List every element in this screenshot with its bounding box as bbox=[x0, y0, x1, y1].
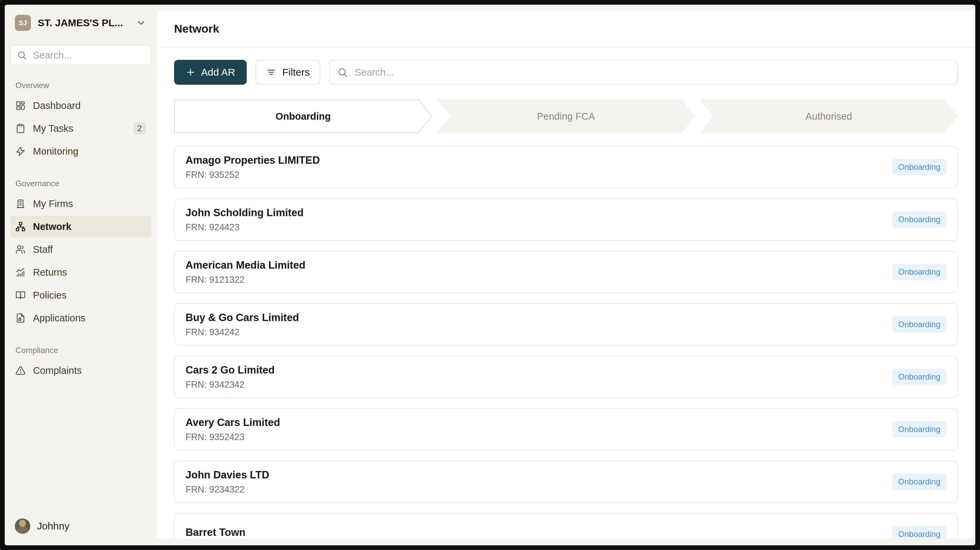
firm-frn: FRN: 924423 bbox=[186, 222, 892, 233]
sidebar: SJ ST. JAMES'S PL... Overview Dashboard bbox=[5, 5, 157, 545]
sidebar-item-staff[interactable]: Staff bbox=[10, 239, 151, 260]
sidebar-item-returns[interactable]: Returns bbox=[10, 261, 151, 283]
firm-name: Avery Cars Limited bbox=[186, 416, 892, 429]
sidebar-item-label: Monitoring bbox=[33, 146, 146, 157]
firm-name: John Davies LTD bbox=[186, 469, 892, 481]
sidebar-item-label: My Tasks bbox=[33, 123, 126, 134]
section-label-governance: Governance bbox=[10, 179, 151, 188]
stage-tabs: Onboarding Pending FCA Authorised bbox=[174, 99, 958, 133]
filters-button[interactable]: Filters bbox=[255, 60, 321, 85]
plus-icon bbox=[186, 67, 196, 77]
sidebar-item-label: My Firms bbox=[33, 198, 146, 209]
main-search[interactable] bbox=[329, 60, 958, 85]
firm-frn: FRN: 935252 bbox=[186, 170, 892, 180]
firm-name: American Media Limited bbox=[186, 259, 892, 271]
sidebar-item-applications[interactable]: Applications bbox=[10, 307, 151, 329]
add-ar-label: Add AR bbox=[201, 67, 235, 78]
filter-lines-icon bbox=[266, 67, 276, 77]
zap-icon bbox=[16, 146, 25, 156]
main-search-input[interactable] bbox=[354, 67, 950, 78]
chart-trend-icon bbox=[16, 267, 25, 277]
section-label-overview: Overview bbox=[10, 81, 151, 90]
status-badge: Onboarding bbox=[892, 526, 947, 539]
sidebar-item-label: Policies bbox=[33, 290, 146, 301]
status-badge: Onboarding bbox=[892, 159, 947, 175]
firm-row-amago-properties[interactable]: Amago Properties LIMITED FRN: 935252 Onb… bbox=[174, 146, 958, 188]
firm-row-john-davies[interactable]: John Davies LTD FRN: 9234322 Onboarding bbox=[174, 461, 958, 503]
sidebar-item-my-firms[interactable]: My Firms bbox=[10, 193, 151, 215]
firm-frn: FRN: 9352423 bbox=[186, 432, 892, 442]
sidebar-search[interactable] bbox=[10, 45, 151, 65]
dashboard-grid-icon bbox=[16, 100, 25, 111]
status-badge: Onboarding bbox=[892, 264, 947, 280]
add-ar-button[interactable]: Add AR bbox=[174, 60, 247, 85]
org-switcher[interactable]: SJ ST. JAMES'S PL... bbox=[10, 13, 151, 32]
sidebar-item-policies[interactable]: Policies bbox=[10, 284, 151, 306]
building-icon bbox=[16, 199, 25, 209]
section-label-compliance: Compliance bbox=[10, 346, 151, 355]
sidebar-item-label: Returns bbox=[33, 267, 146, 278]
app-window: SJ ST. JAMES'S PL... Overview Dashboard bbox=[5, 5, 975, 545]
main-content: Network Add AR Filters bbox=[157, 5, 975, 545]
status-badge: Onboarding bbox=[892, 212, 947, 228]
book-open-icon bbox=[16, 290, 25, 300]
tab-label: Onboarding bbox=[175, 100, 431, 132]
org-network-icon bbox=[16, 222, 25, 232]
firm-row-avery-cars[interactable]: Avery Cars Limited FRN: 9352423 Onboardi… bbox=[174, 408, 958, 451]
sidebar-item-monitoring[interactable]: Monitoring bbox=[10, 140, 151, 162]
sidebar-item-label: Staff bbox=[33, 244, 146, 255]
page-header: Network bbox=[157, 10, 975, 48]
status-badge: Onboarding bbox=[892, 316, 947, 333]
sidebar-search-input[interactable] bbox=[32, 49, 145, 61]
screenshot-stage: SJ ST. JAMES'S PL... Overview Dashboard bbox=[0, 0, 980, 550]
sidebar-item-label: Network bbox=[33, 221, 146, 232]
tab-authorised[interactable]: Authorised bbox=[700, 99, 958, 133]
warning-triangle-icon bbox=[16, 365, 25, 376]
sidebar-item-label: Complaints bbox=[33, 365, 146, 376]
sidebar-item-complaints[interactable]: Complaints bbox=[10, 360, 151, 381]
firm-row-cars-2-go[interactable]: Cars 2 Go Limited FRN: 9342342 Onboardin… bbox=[174, 356, 958, 398]
firm-frn: FRN: 934242 bbox=[186, 327, 892, 338]
firm-name: Amago Properties LIMITED bbox=[186, 154, 892, 166]
firm-frn: FRN: 9234322 bbox=[186, 485, 892, 495]
chevron-down-icon bbox=[136, 18, 146, 28]
status-badge: Onboarding bbox=[892, 369, 947, 385]
firm-row-buy-and-go-cars[interactable]: Buy & Go Cars Limited FRN: 934242 Onboar… bbox=[174, 303, 958, 346]
org-avatar: SJ bbox=[15, 15, 31, 31]
status-badge: Onboarding bbox=[892, 474, 947, 490]
file-lock-icon bbox=[16, 313, 25, 323]
firm-name: Cars 2 Go Limited bbox=[186, 364, 892, 376]
sidebar-item-label: Applications bbox=[33, 312, 146, 324]
main-panel: Network Add AR Filters bbox=[157, 10, 975, 539]
filters-label: Filters bbox=[282, 67, 310, 78]
user-name: Johhny bbox=[37, 520, 70, 532]
search-icon bbox=[17, 50, 27, 60]
tasks-count-badge: 2 bbox=[134, 122, 146, 135]
firm-row-barret-town[interactable]: Barret Town Onboarding bbox=[174, 513, 958, 539]
firm-frn: FRN: 9121322 bbox=[186, 275, 892, 285]
firm-name: John Scholding Limited bbox=[186, 207, 892, 219]
sidebar-item-network[interactable]: Network bbox=[10, 216, 151, 238]
toolbar: Add AR Filters bbox=[174, 60, 958, 85]
tab-label: Authorised bbox=[700, 99, 958, 133]
page-title: Network bbox=[174, 22, 219, 35]
firm-frn: FRN: 9342342 bbox=[186, 379, 892, 390]
firm-row-american-media[interactable]: American Media Limited FRN: 9121322 Onbo… bbox=[174, 251, 958, 293]
sidebar-item-label: Dashboard bbox=[33, 100, 146, 111]
sidebar-spacer bbox=[10, 383, 151, 517]
tab-pending-fca[interactable]: Pending FCA bbox=[437, 99, 695, 133]
status-badge: Onboarding bbox=[892, 421, 947, 437]
firm-row-john-scholding[interactable]: John Scholding Limited FRN: 924423 Onboa… bbox=[174, 198, 958, 241]
clipboard-icon bbox=[16, 123, 25, 134]
tab-label: Pending FCA bbox=[437, 99, 695, 133]
user-avatar bbox=[15, 518, 30, 534]
user-menu[interactable]: Johhny bbox=[10, 517, 151, 535]
sidebar-item-my-tasks[interactable]: My Tasks 2 bbox=[10, 118, 151, 139]
firm-list: Amago Properties LIMITED FRN: 935252 Onb… bbox=[174, 146, 958, 539]
users-icon bbox=[16, 244, 25, 255]
org-name: ST. JAMES'S PL... bbox=[38, 17, 129, 29]
firm-name: Barret Town bbox=[186, 526, 892, 539]
search-icon bbox=[337, 67, 348, 78]
sidebar-item-dashboard[interactable]: Dashboard bbox=[10, 95, 151, 116]
tab-onboarding[interactable]: Onboarding bbox=[174, 99, 432, 133]
